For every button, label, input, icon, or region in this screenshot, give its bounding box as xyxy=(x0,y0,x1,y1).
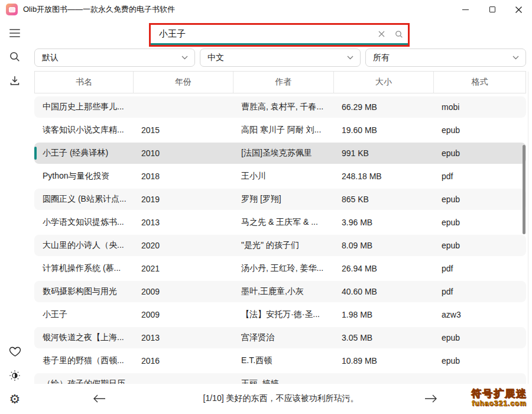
header-year[interactable]: 年份 xyxy=(134,72,233,93)
table-row[interactable]: 小王子 2009 【法】安托万·德·圣... 1.98 MB azw3 xyxy=(34,304,526,325)
menu-button[interactable] xyxy=(8,26,22,40)
table-row[interactable]: 巷子里的野猫（西顿... 2016 E.T.西顿 10.89 MB epub xyxy=(34,350,526,371)
table-row[interactable]: 读客知识小说文库精... 2015 高阳 寒川子 阿耐 刘... 19.60 M… xyxy=(34,119,526,141)
cell-author: 王丽, 婷婷 xyxy=(233,379,333,384)
cell-size: 66.29 MB xyxy=(333,102,433,112)
cell-format: epub xyxy=(433,148,526,158)
cell-book-name: 圆圈正义 (B站累计点... xyxy=(34,194,133,205)
cell-book-name: 大山里的小诗人（央... xyxy=(34,240,133,251)
cell-year: 2021 xyxy=(133,264,233,273)
language-select[interactable]: 中文 xyxy=(200,48,361,67)
cell-size: 19.60 MB xyxy=(333,125,433,135)
table-row[interactable]: 小学语文知识提炼书... 2013 马之先 & 王庆军 & ... 3.96 M… xyxy=(34,212,526,233)
table-header: 书名 年份 作者 大小 格式 xyxy=(34,71,526,93)
cell-year: 2013 xyxy=(133,218,233,227)
search-input[interactable] xyxy=(151,25,372,43)
cell-author: "是光" 的孩子们 xyxy=(233,240,333,251)
language-select-value: 中文 xyxy=(207,53,224,63)
cell-author: [法国]圣埃克苏佩里 xyxy=(233,148,333,159)
cell-book-name: 数码摄影构图与用光 xyxy=(34,286,133,297)
cell-format: epub xyxy=(433,218,526,227)
panel-edge-divider xyxy=(528,72,528,384)
close-button[interactable] xyxy=(505,0,532,19)
cell-size: 248.18 MB xyxy=(333,172,433,181)
maximize-button[interactable] xyxy=(479,0,505,19)
cell-format: azw3 xyxy=(433,310,526,319)
header-size[interactable]: 大小 xyxy=(334,72,434,93)
cell-author: 宫泽贤治 xyxy=(233,332,333,343)
cell-author: 高阳 寒川子 阿耐 刘... xyxy=(233,125,333,135)
window-title: Olib开放图书——一款永久免费的电子书软件 xyxy=(23,4,175,15)
cell-format: pdf xyxy=(433,172,526,181)
table-row[interactable]: 圆圈正义 (B站累计点... 2019 罗翔 [罗翔] 865 KB epub xyxy=(34,189,526,210)
format-select[interactable]: 所有 xyxy=(365,48,526,67)
next-page-button[interactable] xyxy=(420,390,442,407)
cell-book-name: Python与量化投资 xyxy=(34,171,133,182)
sort-select[interactable]: 默认 xyxy=(34,48,195,67)
settings-button[interactable]: ⚙ xyxy=(8,392,22,406)
cell-author: 马之先 & 王庆军 & ... xyxy=(233,217,333,228)
cell-size: 991 KB xyxy=(333,148,433,158)
table-row[interactable]: 小王子 (经典译林) 2010 [法国]圣埃克苏佩里 991 KB epub xyxy=(34,143,526,164)
cell-book-name: （给）孩子的假期日历 xyxy=(34,379,133,384)
table-row[interactable]: （给）孩子的假期日历 王丽, 婷婷 xyxy=(34,373,526,384)
pagination-bar: [1/10] 美好的东西，不应该被功利所玷污。 xyxy=(30,386,532,412)
cell-year: 2018 xyxy=(133,172,233,181)
table-row[interactable]: 大山里的小诗人（央... 2020 "是光" 的孩子们 8.09 MB epub xyxy=(34,235,526,256)
cell-book-name: 小王子 (经典译林) xyxy=(34,148,133,159)
table-row[interactable]: 中国历史上那些事儿... 曹胜高, 袁村平, 千春... 66.29 MB mo… xyxy=(34,96,526,118)
cell-year: 2010 xyxy=(133,148,233,158)
theme-toggle-button[interactable] xyxy=(8,368,22,383)
cell-size: 3.96 MB xyxy=(333,218,433,227)
cell-book-name: 小王子 xyxy=(34,309,133,320)
table-row[interactable]: 计算机操作系统 (慕... 2021 汤小丹, 王红玲, 姜华... 26.94… xyxy=(34,258,526,279)
cell-author: E.T.西顿 xyxy=(233,355,333,366)
heart-icon xyxy=(9,346,21,358)
sort-select-value: 默认 xyxy=(42,53,59,63)
scrollbar-thumb[interactable] xyxy=(523,145,525,234)
cell-format: epub xyxy=(433,333,526,342)
prev-page-button[interactable] xyxy=(89,390,110,407)
chevron-down-icon xyxy=(347,56,353,60)
cell-size: 8.09 MB xyxy=(333,241,433,250)
header-book-name[interactable]: 书名 xyxy=(35,72,134,93)
magnifier-icon xyxy=(395,30,403,38)
menu-icon xyxy=(9,29,20,37)
table-row[interactable]: 数码摄影构图与用光 2009 墨叶,王鹿童,小灰 40.60 MB pdf xyxy=(34,281,526,302)
cell-book-name: 读客知识小说文库精... xyxy=(34,125,133,135)
cell-format: pdf xyxy=(433,264,526,273)
cell-size: 40.60 MB xyxy=(333,287,433,296)
cell-book-name: 小学语文知识提炼书... xyxy=(34,217,133,228)
search-submit-button[interactable] xyxy=(390,25,408,43)
cell-format: mobi xyxy=(433,102,526,112)
cell-author: 【法】安托万·德·圣... xyxy=(233,309,333,320)
header-author[interactable]: 作者 xyxy=(233,72,334,93)
cell-format: pdf xyxy=(433,287,526,296)
favorites-button[interactable] xyxy=(8,345,22,359)
format-select-value: 所有 xyxy=(373,53,390,63)
close-icon xyxy=(515,6,523,14)
cell-year: 2009 xyxy=(133,310,233,319)
cell-size: 3.05 MB xyxy=(333,333,433,342)
cell-year: 2016 xyxy=(133,356,233,366)
cell-book-name: 中国历史上那些事儿... xyxy=(34,102,133,112)
table-row[interactable]: 银河铁道之夜【上海... 2013 宫泽贤治 3.05 MB epub xyxy=(34,327,526,348)
brightness-icon xyxy=(9,370,21,381)
search-icon xyxy=(9,51,21,63)
cell-size: 26.94 MB xyxy=(333,264,433,273)
cell-year: 2015 xyxy=(133,125,233,135)
cell-book-name: 银河铁道之夜【上海... xyxy=(34,332,133,343)
cell-year: 2020 xyxy=(133,241,233,250)
search-highlight-box xyxy=(149,23,410,47)
minimize-button[interactable] xyxy=(452,0,479,19)
clear-search-button[interactable] xyxy=(372,25,390,43)
sidebar: ⚙ xyxy=(0,19,30,414)
cell-author: 曹胜高, 袁村平, 千春... xyxy=(233,102,333,112)
downloads-button[interactable] xyxy=(8,73,22,88)
table-row[interactable]: Python与量化投资 2018 王小川 248.18 MB pdf xyxy=(34,166,526,187)
search-nav-button[interactable] xyxy=(8,50,22,64)
cell-book-name: 计算机操作系统 (慕... xyxy=(34,263,133,274)
arrow-left-icon xyxy=(93,394,106,403)
header-format[interactable]: 格式 xyxy=(434,72,525,93)
chevron-down-icon xyxy=(512,56,519,60)
